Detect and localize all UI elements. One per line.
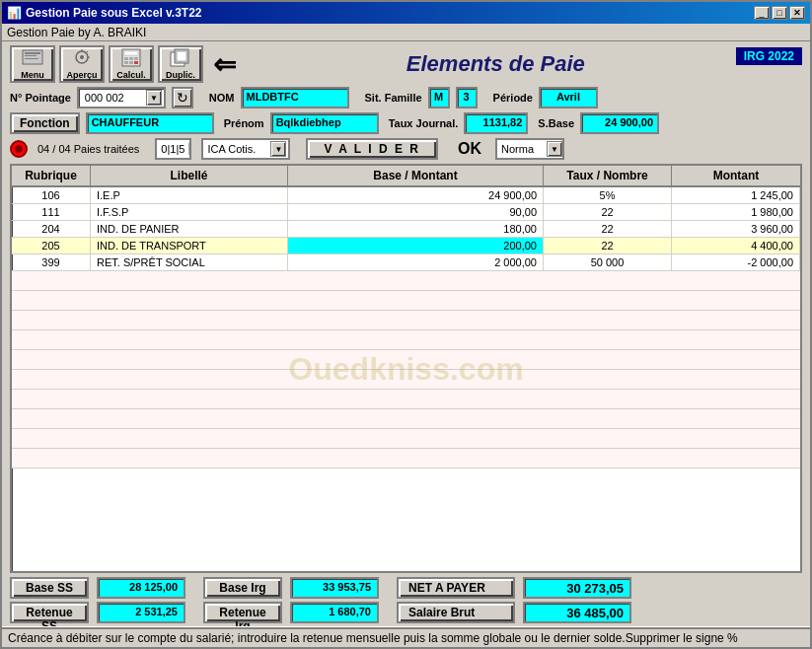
- refresh-button[interactable]: ↻: [172, 87, 193, 108]
- norma-arrow[interactable]: ▼: [547, 141, 562, 157]
- apercu-label: Aperçu: [66, 70, 97, 80]
- n-pointage-value: 000 002: [81, 92, 146, 104]
- retenue-irg-value: 1 680,70: [290, 602, 379, 623]
- data-table: Ouedkniss.com Rubrique Libellé Base / Mo…: [10, 164, 802, 573]
- salaire-brut-button[interactable]: Salaire Brut: [397, 602, 515, 623]
- svg-rect-16: [134, 61, 138, 64]
- cell-libelle: RET. S/PRÊT SOCIAL: [91, 254, 288, 270]
- radio-button[interactable]: [10, 140, 28, 158]
- main-content: Menu Aperçu: [2, 41, 810, 627]
- cell-montant: 4 400,00: [672, 238, 800, 253]
- ica-cotis-dropdown[interactable]: ICA Cotis. ▼: [201, 138, 290, 160]
- net-payer-button[interactable]: NET A PAYER: [397, 577, 515, 599]
- cell-taux: 22: [544, 221, 672, 237]
- empty-row: [12, 429, 800, 449]
- apercu-icon: [70, 48, 94, 68]
- svg-rect-1: [25, 52, 40, 54]
- irg-badge: IRG 2022: [736, 47, 802, 65]
- empty-row: [12, 291, 800, 311]
- empty-row: [12, 409, 800, 429]
- base-irg-value: 33 953,75: [290, 577, 379, 599]
- cell-taux: 22: [544, 238, 672, 253]
- sit-famille-num[interactable]: 3: [456, 87, 478, 108]
- s-base-value[interactable]: 24 900,00: [580, 112, 659, 134]
- col-base: Base / Montant: [288, 166, 544, 185]
- empty-row: [12, 449, 800, 469]
- empty-row: [12, 390, 800, 409]
- periode-value[interactable]: Avril: [539, 87, 598, 108]
- form-section: N° Pointage 000 002 ▼ ↻ NOM MLDBTFC Sit.…: [10, 87, 802, 160]
- table-row[interactable]: 111 I.F.S.P 90,00 22 1 980,00: [12, 204, 800, 221]
- minimize-button[interactable]: _: [754, 6, 770, 20]
- cell-libelle: I.E.P: [91, 187, 288, 203]
- base-ss-button[interactable]: Base SS: [10, 577, 89, 599]
- cell-montant: -2 000,00: [672, 254, 800, 270]
- retenue-ss-value: 2 531,25: [97, 602, 185, 623]
- ica-value-container: 0|1|5: [155, 138, 191, 160]
- apercu-button[interactable]: Aperçu: [59, 45, 105, 83]
- duplic-label: Duplic.: [166, 70, 195, 80]
- svg-rect-10: [124, 51, 138, 55]
- duplic-icon: [169, 48, 192, 68]
- ica-cotis-arrow[interactable]: ▼: [270, 141, 286, 157]
- cell-rubrique: 399: [12, 254, 91, 270]
- title-bar-left: 📊 Gestion Paie sous Excel v.3T22: [7, 6, 202, 20]
- menu-label: Menu: [21, 70, 44, 80]
- norma-dropdown[interactable]: Norma ▼: [495, 138, 564, 160]
- empty-row: [12, 311, 800, 330]
- bottom-row-1: Base SS 28 125,00 Base Irg 33 953,75 NET…: [10, 577, 802, 599]
- taux-journal-label: Taux Journal.: [389, 117, 459, 129]
- nom-field[interactable]: MLDBTFC: [241, 87, 349, 108]
- fonction-value[interactable]: CHAUFFEUR: [86, 112, 214, 134]
- menu-button[interactable]: Menu: [10, 45, 55, 83]
- sit-famille-value[interactable]: M: [428, 87, 450, 108]
- form-row-1: N° Pointage 000 002 ▼ ↻ NOM MLDBTFC Sit.…: [10, 87, 802, 108]
- svg-rect-19: [177, 51, 186, 61]
- prenom-value[interactable]: Bqlkdiebhep: [270, 112, 379, 134]
- svg-rect-13: [134, 57, 138, 60]
- n-pointage-dropdown[interactable]: 000 002 ▼: [77, 87, 166, 108]
- taux-journal-value[interactable]: 1131,82: [464, 112, 528, 134]
- bottom-row-2: Retenue SS 2 531,25 Retenue Irg 1 680,70…: [10, 602, 802, 623]
- table-row[interactable]: 106 I.E.P 24 900,00 5% 1 245,00: [12, 187, 800, 204]
- close-button[interactable]: ✕: [789, 6, 805, 20]
- retenue-ss-button[interactable]: Retenue SS: [10, 602, 89, 623]
- periode-label: Période: [493, 92, 533, 104]
- empty-row: [12, 350, 800, 370]
- window-title: Gestion Paie sous Excel v.3T22: [26, 6, 202, 20]
- cell-montant: 1 245,00: [672, 187, 800, 203]
- empty-row: [12, 370, 800, 390]
- base-irg-button[interactable]: Base Irg: [203, 577, 282, 599]
- svg-rect-3: [25, 58, 38, 59]
- status-bar: Créance à débiter sur le compte du salar…: [2, 627, 810, 647]
- prenom-label: Prénom: [224, 117, 264, 129]
- valider-button[interactable]: V A L I D E R: [306, 138, 438, 160]
- ok-label: OK: [458, 140, 481, 158]
- cell-rubrique: 205: [12, 238, 91, 253]
- cell-libelle: IND. DE TRANSPORT: [91, 238, 288, 253]
- form-row-3: 04 / 04 Paies traitées 0|1|5 ICA Cotis. …: [10, 138, 802, 160]
- menu-bar: Gestion Paie by A. BRAIKI: [2, 24, 810, 41]
- retenue-irg-button[interactable]: Retenue Irg: [203, 602, 282, 623]
- cell-montant: 1 980,00: [672, 204, 800, 220]
- norma-value: Norma: [497, 143, 547, 155]
- cell-base: 24 900,00: [288, 187, 544, 203]
- table-row[interactable]: 204 IND. DE PANIER 180,00 22 3 960,00: [12, 221, 800, 238]
- n-pointage-arrow[interactable]: ▼: [146, 90, 162, 106]
- maximize-button[interactable]: □: [772, 6, 787, 20]
- table-row[interactable]: 399 RET. S/PRÊT SOCIAL 2 000,00 50 000 -…: [12, 254, 800, 271]
- form-row-2: Fonction CHAUFFEUR Prénom Bqlkdiebhep Ta…: [10, 112, 802, 134]
- duplic-button[interactable]: Duplic.: [158, 45, 203, 83]
- cell-rubrique: 204: [12, 221, 91, 237]
- cell-base: 90,00: [288, 204, 544, 220]
- cell-montant: 3 960,00: [672, 221, 800, 237]
- radio-inner: [15, 145, 23, 153]
- table-row[interactable]: 205 IND. DE TRANSPORT 200,00 22 4 400,00: [12, 238, 800, 254]
- calcul-button[interactable]: Calcul.: [109, 45, 154, 83]
- cell-base: 180,00: [288, 221, 544, 237]
- status-text: Créance à débiter sur le compte du salar…: [8, 631, 738, 645]
- col-taux: Taux / Nombre: [544, 166, 672, 185]
- fonction-button[interactable]: Fonction: [10, 112, 80, 134]
- calcul-icon: [119, 48, 143, 68]
- title-bar-controls: _ □ ✕: [754, 6, 805, 20]
